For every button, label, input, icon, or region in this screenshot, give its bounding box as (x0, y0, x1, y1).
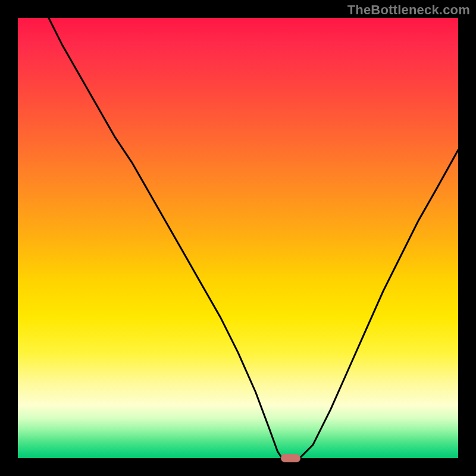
watermark-text: TheBottleneck.com (347, 2, 470, 18)
bottleneck-curve (18, 18, 458, 458)
chart-frame: TheBottleneck.com (0, 0, 476, 476)
optimal-point-marker (281, 454, 300, 462)
